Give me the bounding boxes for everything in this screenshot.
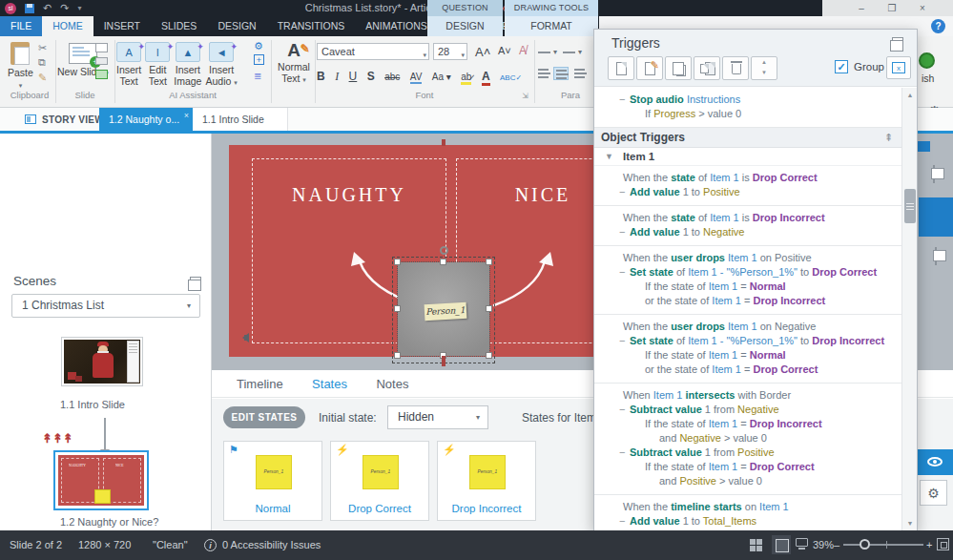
zoom-slider-handle[interactable] xyxy=(860,539,870,550)
collapse-all-icon[interactable]: ⇞ xyxy=(884,128,893,148)
shadow-button[interactable]: S xyxy=(367,70,375,83)
collapse-minus-icon[interactable]: − xyxy=(619,514,625,529)
resize-handle-n[interactable] xyxy=(440,259,446,265)
font-name-combo[interactable]: Caveat▾ xyxy=(317,43,429,60)
trigger-item[interactable]: When the timeline starts on Item 1−Add v… xyxy=(594,495,902,530)
preview-icon[interactable] xyxy=(796,538,808,547)
resize-handle-nw[interactable] xyxy=(394,259,401,265)
layer-settings-button[interactable]: ⚙ xyxy=(920,480,947,506)
tab-notes[interactable]: Notes xyxy=(376,370,408,398)
italic-button[interactable]: I xyxy=(335,70,339,83)
bold-button[interactable]: B xyxy=(317,70,325,83)
insert-image-button[interactable]: ▲✦InsertImage xyxy=(174,42,201,89)
underline-button[interactable]: U xyxy=(349,70,358,83)
scroll-up-icon[interactable]: ▲ xyxy=(902,92,918,98)
accessibility-issues[interactable]: 0 Accessibility Issues xyxy=(222,539,321,550)
state-card-normal[interactable]: ⚑Person_1Normal xyxy=(223,441,322,521)
edit-text-button[interactable]: I✦EditText xyxy=(145,42,170,89)
tab-slide-1-2[interactable]: 1.2 Naughty o... × xyxy=(99,108,193,131)
strikethrough-button[interactable]: abc xyxy=(384,72,400,82)
copy-icon[interactable]: ⧉ xyxy=(38,56,46,69)
tab-drawing-format[interactable]: FORMAT xyxy=(505,16,598,36)
shrink-font-icon[interactable]: A˅ xyxy=(498,45,511,56)
collapse-minus-icon[interactable]: − xyxy=(619,185,625,199)
ribbon-tab-slides[interactable]: SLIDES xyxy=(151,16,207,36)
paste-trigger-button[interactable] xyxy=(694,56,720,80)
ribbon-tab-animations[interactable]: ANIMATIONS xyxy=(355,16,438,36)
resize-handle-e[interactable] xyxy=(486,305,492,312)
tab-timeline[interactable]: Timeline xyxy=(237,370,283,398)
tab-slide-1-1[interactable]: 1.1 Intro Slide xyxy=(193,108,288,131)
grow-font-icon[interactable]: A˄ xyxy=(475,45,490,59)
align-left-icon[interactable] xyxy=(536,67,551,80)
bullets-caret[interactable]: ▾ xyxy=(553,48,557,56)
normal-text-button[interactable]: A✎ NormalText ▾ xyxy=(273,40,315,86)
close-tab-icon[interactable]: × xyxy=(184,104,189,127)
clear-format-icon[interactable]: A̸ xyxy=(519,44,527,57)
collapse-minus-icon[interactable]: − xyxy=(619,225,625,239)
state-card-drop-correct[interactable]: ⚡Person_1Drop Correct xyxy=(330,441,429,521)
format-painter-icon[interactable]: ✎ xyxy=(38,72,47,84)
story-view-icon[interactable] xyxy=(750,539,762,551)
highlight-button[interactable]: ab̷ xyxy=(461,72,471,85)
trigger-item[interactable]: −Stop audio InstructionsIf Progress > va… xyxy=(594,88,902,128)
resize-handle-w[interactable] xyxy=(394,305,401,312)
right-dock-icon-1[interactable] xyxy=(933,165,935,183)
numbering-caret[interactable]: ▾ xyxy=(578,48,582,56)
new-trigger-button[interactable] xyxy=(608,56,634,80)
zoom-slider-track[interactable] xyxy=(843,544,923,546)
triggers-scrollbar[interactable]: ▲ ▼ xyxy=(901,88,917,530)
ribbon-tab-home[interactable]: HOME xyxy=(42,16,93,36)
group-checkbox[interactable]: ✓ xyxy=(835,60,848,73)
edit-trigger-button[interactable]: ✎ xyxy=(636,56,663,80)
audio-speaker-icon[interactable] xyxy=(238,333,249,342)
trigger-item[interactable]: When the user drops Item 1 on Positive−S… xyxy=(594,246,902,315)
manage-variables-button[interactable]: x xyxy=(886,56,911,79)
reorder-trigger-buttons[interactable]: ▲▼ xyxy=(751,56,777,80)
scrollbar-thumb[interactable] xyxy=(904,189,916,223)
zoom-out-button[interactable]: – xyxy=(834,539,839,550)
ai-lines-icon[interactable]: ≣ xyxy=(254,71,261,81)
layer-visibility-button[interactable] xyxy=(917,449,953,475)
ai-help-icon[interactable]: ⚙ xyxy=(254,40,263,52)
font-size-combo[interactable]: 28▾ xyxy=(433,43,467,60)
change-case-button[interactable]: Aa ▾ xyxy=(432,72,451,82)
close-button[interactable]: × xyxy=(912,1,933,15)
publish-icon[interactable] xyxy=(919,52,935,69)
state-card-drop-incorrect[interactable]: ⚡Person_1Drop Incorrect xyxy=(437,441,536,521)
align-right-icon[interactable] xyxy=(572,67,588,80)
font-color-button[interactable]: A xyxy=(482,70,490,86)
collapse-minus-icon[interactable]: − xyxy=(619,403,625,417)
fit-to-window-icon[interactable] xyxy=(937,538,949,550)
scene-selector[interactable]: 1 Christmas List▾ xyxy=(11,294,200,318)
resize-handle-sw[interactable] xyxy=(394,352,401,359)
slide-size-icon[interactable] xyxy=(95,57,108,65)
slide-thumbnail-1-2[interactable]: NAUGHTY NICE xyxy=(53,450,149,510)
collapse-minus-icon[interactable]: − xyxy=(619,334,625,348)
edit-states-button[interactable]: EDIT STATES xyxy=(223,406,305,428)
slide-view-icon[interactable] xyxy=(772,535,791,554)
accessibility-info-icon[interactable]: i xyxy=(204,539,217,551)
slide-layout-icon[interactable] xyxy=(95,43,108,52)
ribbon-tab-file[interactable]: FILE xyxy=(0,16,42,36)
copy-trigger-button[interactable] xyxy=(665,56,692,80)
cut-icon[interactable]: ✂ xyxy=(38,42,47,54)
tab-story-view[interactable]: STORY VIEW xyxy=(17,108,112,131)
trigger-item[interactable]: When the user drops Item 1 on Negative−S… xyxy=(594,315,902,384)
initial-state-dropdown[interactable]: Hidden▾ xyxy=(387,405,488,429)
trigger-item[interactable]: When Item 1 intersects with Border−Subtr… xyxy=(594,384,902,495)
insert-text-button[interactable]: A✦InsertText xyxy=(116,42,141,89)
collapse-minus-icon[interactable]: − xyxy=(619,446,625,460)
expand-icon[interactable]: ▼ xyxy=(605,148,613,166)
scroll-down-icon[interactable]: ▼ xyxy=(902,520,918,527)
resize-handle-se[interactable] xyxy=(486,352,492,359)
char-spacing-button[interactable]: AV xyxy=(410,72,423,84)
collapse-minus-icon[interactable]: − xyxy=(619,93,625,107)
ribbon-tab-transitions[interactable]: TRANSITIONS xyxy=(267,16,356,36)
restore-button[interactable]: ❐ xyxy=(881,1,902,15)
paste-button[interactable]: Paste▾ xyxy=(8,42,33,92)
help-icon[interactable]: ? xyxy=(931,19,945,33)
trigger-item[interactable]: When the state of Item 1 is Drop Incorre… xyxy=(594,206,902,246)
slide-thumbnail-1-1[interactable] xyxy=(61,337,143,386)
right-dock-icon-2[interactable] xyxy=(935,247,937,265)
